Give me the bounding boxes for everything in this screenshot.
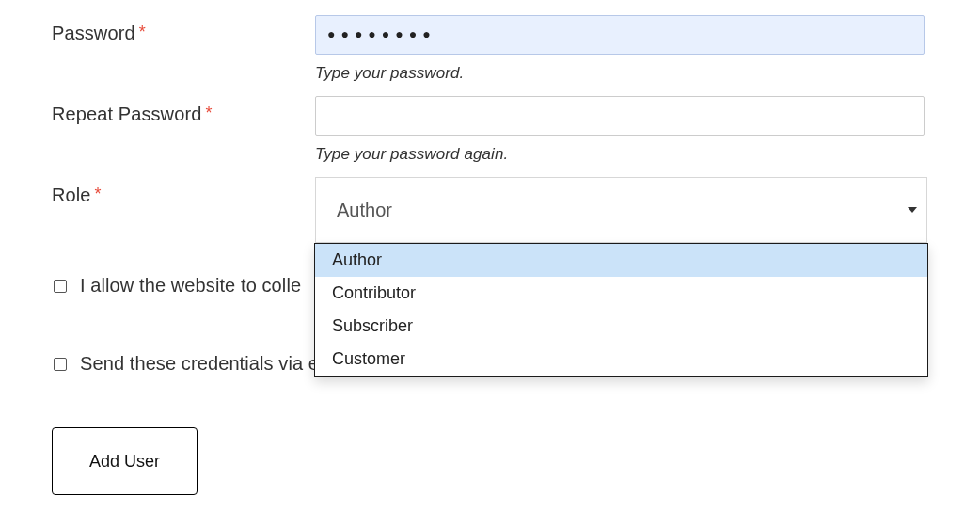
role-dropdown: Author Contributor Subscriber Customer	[314, 243, 928, 377]
role-selected-value: Author	[337, 200, 392, 221]
password-label: Password	[52, 23, 135, 43]
role-label-wrap: Role*	[52, 177, 315, 206]
add-user-form: Password* ●●●●●●●● Type your password. R…	[0, 0, 980, 495]
repeat-password-hint: Type your password again.	[315, 145, 928, 164]
required-asterisk: *	[95, 185, 102, 203]
password-label-wrap: Password*	[52, 15, 315, 44]
required-asterisk: *	[205, 104, 212, 122]
required-asterisk: *	[139, 23, 146, 41]
repeat-password-row: Repeat Password* Type your password agai…	[52, 96, 928, 164]
repeat-password-label: Repeat Password	[52, 104, 201, 124]
role-row: Role* Author Author Contributor Subscrib…	[52, 177, 928, 243]
role-option-customer[interactable]: Customer	[315, 343, 927, 376]
repeat-password-label-wrap: Repeat Password*	[52, 96, 315, 125]
repeat-password-field[interactable]	[315, 96, 925, 136]
chevron-down-icon	[908, 207, 917, 213]
send-email-checkbox[interactable]	[54, 358, 67, 371]
password-field[interactable]: ●●●●●●●●	[315, 15, 925, 55]
add-user-button[interactable]: Add User	[52, 427, 198, 495]
role-option-contributor[interactable]: Contributor	[315, 277, 927, 310]
password-row: Password* ●●●●●●●● Type your password.	[52, 15, 928, 83]
password-hint: Type your password.	[315, 64, 928, 83]
consent-label: I allow the website to colle	[80, 275, 301, 297]
repeat-password-input-col: Type your password again.	[315, 96, 928, 164]
role-input-col: Author Author Contributor Subscriber Cus…	[315, 177, 928, 243]
role-option-author[interactable]: Author	[315, 244, 927, 277]
role-label: Role	[52, 185, 91, 205]
password-input-col: ●●●●●●●● Type your password.	[315, 15, 928, 83]
role-option-subscriber[interactable]: Subscriber	[315, 310, 927, 343]
consent-checkbox[interactable]	[54, 280, 67, 293]
role-select[interactable]: Author	[315, 177, 927, 243]
password-masked-value: ●●●●●●●●	[327, 26, 436, 41]
